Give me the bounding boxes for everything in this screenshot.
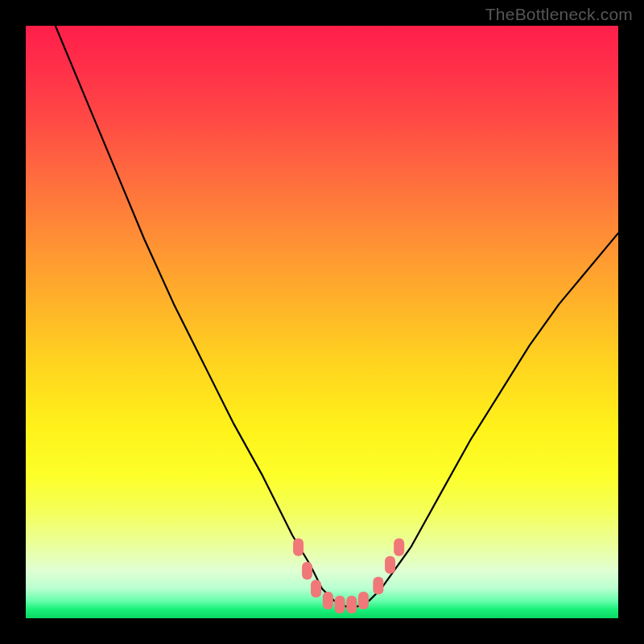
curve-marker <box>358 592 369 609</box>
curve-marker <box>311 580 321 597</box>
curve-marker <box>293 539 303 556</box>
curve-marker <box>323 592 333 609</box>
watermark-text: TheBottleneck.com <box>485 5 633 24</box>
bottleneck-curve <box>56 26 618 606</box>
curve-layer <box>26 26 618 618</box>
chart-frame: TheBottleneck.com <box>0 0 644 644</box>
curve-marker <box>373 577 383 595</box>
curve-marker <box>394 539 404 556</box>
plot-area <box>26 26 618 618</box>
curve-marker <box>385 556 395 574</box>
curve-marker <box>335 596 345 613</box>
curve-marker <box>302 562 312 580</box>
curve-marker <box>346 596 357 613</box>
